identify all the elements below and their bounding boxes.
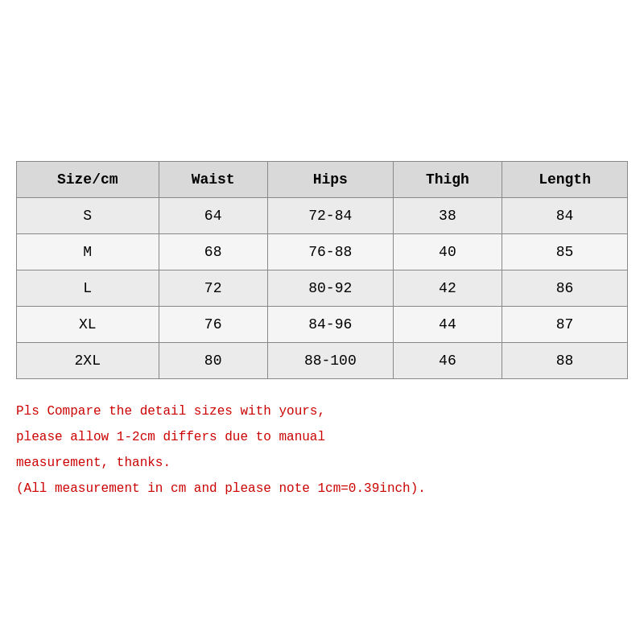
column-header-length: Length	[502, 162, 628, 198]
table-cell-size-cm: L	[17, 270, 159, 307]
table-cell-thigh: 40	[393, 234, 502, 270]
table-row: 2XL8088-1004688	[17, 343, 628, 379]
table-cell-waist: 72	[159, 270, 267, 307]
table-cell-size-cm: 2XL	[17, 343, 159, 379]
table-cell-thigh: 38	[393, 198, 502, 234]
table-cell-hips: 88-100	[267, 343, 393, 379]
table-cell-length: 84	[502, 198, 628, 234]
table-cell-size-cm: XL	[17, 307, 159, 343]
table-cell-size-cm: M	[17, 234, 159, 270]
table-cell-thigh: 44	[393, 307, 502, 343]
column-header-size-cm: Size/cm	[17, 162, 159, 198]
column-header-hips: Hips	[267, 162, 393, 198]
column-header-waist: Waist	[159, 162, 267, 198]
table-header-row: Size/cmWaistHipsThighLength	[17, 162, 628, 198]
table-cell-hips: 80-92	[267, 270, 393, 307]
note-line-2: please allow 1-2cm differs due to manual	[16, 424, 426, 450]
table-row: M6876-884085	[17, 234, 628, 270]
table-cell-waist: 76	[159, 307, 267, 343]
table-cell-length: 85	[502, 234, 628, 270]
table-cell-hips: 84-96	[267, 307, 393, 343]
table-row: L7280-924286	[17, 270, 628, 307]
table-row: XL7684-964487	[17, 307, 628, 343]
table-cell-waist: 64	[159, 198, 267, 234]
table-cell-waist: 68	[159, 234, 267, 270]
note-line-1: Pls Compare the detail sizes with yours,	[16, 398, 426, 424]
table-cell-size-cm: S	[17, 198, 159, 234]
table-cell-length: 88	[502, 343, 628, 379]
size-chart-table: Size/cmWaistHipsThighLength S6472-843884…	[16, 161, 628, 379]
table-cell-hips: 76-88	[267, 234, 393, 270]
table-cell-length: 86	[502, 270, 628, 307]
column-header-thigh: Thigh	[393, 162, 502, 198]
table-row: S6472-843884	[17, 198, 628, 234]
table-cell-length: 87	[502, 307, 628, 343]
note-line-3: measurement, thanks.	[16, 450, 426, 476]
table-cell-hips: 72-84	[267, 198, 393, 234]
note-section: Pls Compare the detail sizes with yours,…	[16, 398, 426, 502]
table-cell-thigh: 42	[393, 270, 502, 307]
table-cell-thigh: 46	[393, 343, 502, 379]
note-line-4: (All measurement in cm and please note 1…	[16, 476, 426, 502]
table-body: S6472-843884M6876-884085L7280-924286XL76…	[17, 198, 628, 379]
table-cell-waist: 80	[159, 343, 267, 379]
